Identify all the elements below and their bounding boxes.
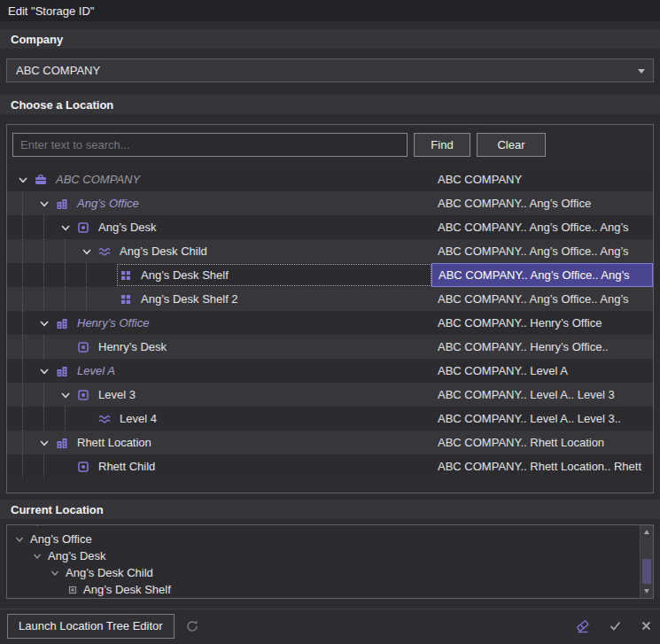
office-icon [55, 436, 74, 450]
location-tree: ABC COMPANY ABC COMPANY Ang’s Office ABC… [7, 167, 653, 478]
node-path: ABC COMPANY.. Ang’s Office.. Ang’s [431, 215, 653, 239]
expander-icon[interactable] [34, 317, 55, 330]
scrollbar-thumb[interactable] [642, 559, 651, 584]
cl-node-label: Ang’s Desk Child [66, 566, 153, 579]
find-button[interactable]: Find [414, 133, 470, 157]
expander-icon[interactable] [76, 245, 97, 258]
eraser-icon[interactable] [575, 618, 591, 634]
expander-icon[interactable] [34, 365, 55, 377]
waves-icon [97, 244, 117, 259]
node-path: ABC COMPANY.. Henry’s Office.. [431, 335, 653, 359]
tree-row[interactable]: Rhett Location ABC COMPANY.. Rhett Locat… [7, 431, 653, 454]
vertical-scrollbar[interactable] [640, 525, 653, 598]
expander-icon[interactable] [12, 174, 34, 186]
cl-node-glyph [32, 551, 46, 562]
node-label: Level 4 [117, 412, 157, 425]
tree-row[interactable]: ABC COMPANY ABC COMPANY [7, 167, 653, 191]
cl-node-glyph [14, 534, 28, 545]
node-label: ABC COMPANY [53, 173, 140, 186]
location-panel: Find Clear ABC COMPANY ABC COMPANY Ang’s… [6, 124, 654, 493]
node-path: ABC COMPANY.. Level A [431, 359, 653, 383]
tree-row[interactable]: Ang’s Desk Shelf ABC COMPANY.. Ang’s Off… [7, 263, 653, 287]
node-path: ABC COMPANY.. Ang’s Office [431, 191, 653, 215]
location-section-header: Choose a Location [0, 95, 660, 114]
node-label: Ang’s Desk Child [117, 244, 207, 258]
check-icon[interactable] [608, 618, 623, 633]
node-path: ABC COMPANY.. Rhett Location.. Rhett [431, 454, 653, 478]
shelf-icon [119, 292, 138, 306]
tree-guides [12, 383, 55, 407]
footer-toolbar: Launch Location Tree Editor [0, 609, 660, 642]
scroll-down-button[interactable] [641, 585, 653, 598]
desk-icon [76, 388, 96, 402]
tree-row[interactable]: Level A ABC COMPANY.. Level A [7, 359, 653, 383]
office-icon [55, 364, 74, 378]
current-location-list: Ang’s Office Ang’s Desk Ang’s Desk Child… [7, 531, 653, 598]
expander-icon[interactable] [34, 437, 55, 449]
node-label: Rhett Location [74, 436, 151, 449]
tree-guides [12, 335, 55, 359]
node-label: Ang’s Desk Shelf 2 [138, 292, 238, 306]
tree-guides [12, 431, 34, 454]
launch-location-tree-editor-button[interactable]: Launch Location Tree Editor [7, 614, 175, 639]
cl-node-label: Ang’s Desk Shelf [83, 583, 171, 596]
close-icon[interactable] [640, 619, 653, 632]
tree-row[interactable]: Ang’s Desk ABC COMPANY.. Ang’s Office.. … [7, 215, 653, 239]
node-path: ABC COMPANY.. Level A.. Level 3.. [431, 407, 653, 431]
node-path: ABC COMPANY.. Rhett Location [431, 431, 653, 454]
node-path: ABC COMPANY.. Ang’s Office.. Ang’s [431, 287, 653, 311]
desk-icon [76, 340, 96, 354]
company-icon [34, 173, 53, 187]
node-label: Ang’s Desk [96, 221, 157, 234]
current-location-header-label: Current Location [11, 503, 104, 516]
node-label: Henry’s Office [74, 316, 149, 330]
current-location-row[interactable]: Ang’s Office [7, 531, 653, 547]
current-location-row[interactable]: Ang’s Desk [7, 547, 653, 564]
current-location-panel: Ang’s Office Ang’s Desk Ang’s Desk Child… [6, 524, 654, 599]
company-dropdown[interactable]: ABC COMPANY [6, 58, 654, 82]
tree-row[interactable]: Ang’s Desk Shelf 2 ABC COMPANY.. Ang’s O… [7, 287, 653, 311]
node-label: Ang’s Office [74, 197, 139, 210]
waves-icon [97, 412, 117, 426]
tree-row[interactable]: Ang’s Desk Child ABC COMPANY.. Ang’s Off… [7, 239, 653, 263]
search-input[interactable] [12, 133, 408, 157]
tree-row[interactable]: Henry’s Office ABC COMPANY.. Henry’s Off… [7, 311, 653, 335]
triangle-down-icon [644, 589, 649, 594]
cl-node-label: Ang’s Office [30, 532, 92, 546]
desk-icon [76, 460, 96, 474]
expander-icon[interactable] [55, 221, 76, 234]
search-row: Find Clear [7, 125, 653, 167]
expander-icon[interactable] [34, 198, 55, 210]
tree-row[interactable]: Ang’s Office ABC COMPANY.. Ang’s Office [7, 191, 653, 215]
tree-guides [12, 454, 55, 478]
node-path: ABC COMPANY.. Ang’s Office.. Ang’s [431, 263, 653, 287]
tree-guides [12, 239, 76, 263]
tree-row[interactable]: Level 4 ABC COMPANY.. Level A.. Level 3.… [7, 407, 653, 431]
tree-guides [12, 191, 34, 215]
scroll-up-button[interactable] [641, 525, 653, 539]
node-label: Henry’s Desk [96, 340, 167, 353]
tree-guides [12, 359, 34, 383]
node-label: Ang’s Desk Shelf [138, 268, 229, 282]
tree-row[interactable]: Rhett Child ABC COMPANY.. Rhett Location… [7, 454, 653, 478]
company-section-header: Company [0, 29, 660, 49]
company-selected-value: ABC COMPANY [16, 64, 100, 77]
dropdown-arrow-icon[interactable] [638, 69, 645, 74]
tree-guides [12, 311, 34, 335]
shelf-icon [119, 268, 138, 283]
tree-row[interactable]: Henry’s Desk ABC COMPANY.. Henry’s Offic… [7, 335, 653, 359]
tree-guides [12, 263, 97, 287]
expander-icon[interactable] [55, 389, 76, 401]
clipped-tree-row [7, 525, 653, 531]
refresh-icon[interactable] [185, 619, 199, 633]
clear-button[interactable]: Clear [477, 133, 546, 157]
office-icon [55, 197, 74, 211]
node-path: ABC COMPANY [431, 167, 653, 191]
current-location-row[interactable]: Ang’s Desk Shelf [7, 581, 653, 598]
node-label: Level 3 [96, 388, 136, 401]
current-location-row[interactable]: Ang’s Desk Child [7, 564, 653, 581]
location-header-label: Choose a Location [11, 98, 113, 112]
tree-row[interactable]: Level 3 ABC COMPANY.. Level A.. Level 3 [7, 383, 653, 407]
chevron-down-icon [32, 525, 43, 531]
desk-icon [76, 221, 96, 235]
